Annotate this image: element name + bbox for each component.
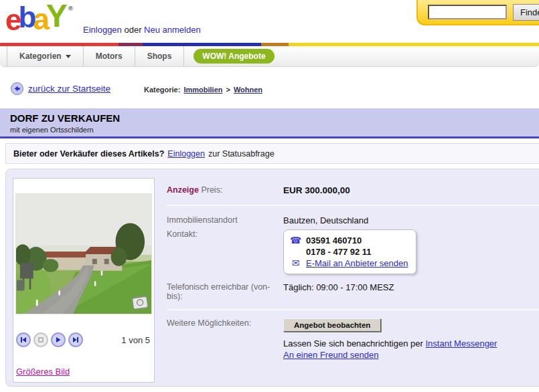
camera-watermark-icon xyxy=(132,296,148,310)
gallery-stop-button[interactable] xyxy=(33,332,48,347)
login-link[interactable]: Einloggen xyxy=(83,25,122,35)
image-counter: 1 von 5 xyxy=(121,335,150,345)
logo-letter-e: e xyxy=(5,1,18,39)
breadcrumb-link-immobilien[interactable]: Immobilien xyxy=(183,86,222,94)
header-search-area: Finden xyxy=(416,0,539,25)
photo-panel: 1 von 5 Größeres Bild xyxy=(13,178,155,383)
notify-line: Lassen Sie sich benachrichtigen per Inst… xyxy=(283,338,497,349)
contact-phone-2: 0178 - 477 92 11 xyxy=(306,246,372,258)
register-link[interactable]: Neu anmelden xyxy=(144,25,201,35)
nav-item-label: Motors xyxy=(96,52,123,61)
search-input[interactable] xyxy=(428,5,507,19)
location-value: Bautzen, Deutschland xyxy=(283,215,368,225)
listing-photo[interactable] xyxy=(15,193,152,314)
contact-phone-1: 03591 460710 xyxy=(306,235,362,246)
gallery-first-button[interactable] xyxy=(16,332,31,347)
more-options-label: Weitere Möglichkeiten: xyxy=(167,318,283,328)
status-question: Bieter oder Verkäufer dieses Artikels? xyxy=(13,149,164,159)
nav-item-label: Kategorien xyxy=(19,52,62,61)
price-row: Anzeige Preis: EUR 300.000,00 xyxy=(167,185,539,206)
status-bar: Bieter oder Verkäufer dieses Artikels? E… xyxy=(5,143,539,164)
gallery-play-button[interactable] xyxy=(51,332,66,347)
hours-row: Telefonisch erreichbar (von-bis): Täglic… xyxy=(167,282,539,310)
ebay-logo[interactable]: ebaY® xyxy=(5,0,73,45)
logo-letter-b: b xyxy=(18,0,33,36)
chevron-down-icon xyxy=(66,55,71,58)
page-subtitle: mit eigenen Ortsschildern xyxy=(10,126,539,134)
back-to-start-link[interactable]: zurück zur Startseite xyxy=(28,84,110,94)
ebay-listing-page: ebaY® Einloggen oder Neu anmelden Finden… xyxy=(0,0,539,392)
email-seller-link[interactable]: E-Mail an Anbieter senden xyxy=(306,258,408,269)
contact-row: Kontakt: ☎ 03591 460710 0178 - 477 92 11… xyxy=(167,229,539,282)
status-suffix: zur Statusabfrage xyxy=(208,149,275,159)
price-label-text: Preis: xyxy=(201,185,222,195)
back-arrow-icon[interactable] xyxy=(11,82,23,95)
page-title: DORF ZU VERKAUFEN xyxy=(10,112,539,124)
logo-letter-y: Y xyxy=(46,0,64,35)
instant-messenger-link[interactable]: Instant Messenger xyxy=(425,338,497,349)
contact-label: Kontakt: xyxy=(167,229,283,239)
registered-mark: ® xyxy=(68,0,73,27)
watch-item-button[interactable]: Angebot beobachten xyxy=(283,318,381,332)
breadcrumb-link-wohnen[interactable]: Wohnen xyxy=(234,86,262,94)
login-or-text: oder xyxy=(124,25,141,35)
gallery-next-button[interactable] xyxy=(68,332,83,347)
breadcrumb-label: Kategorie: xyxy=(144,86,180,94)
back-row: zurück zur Startseite xyxy=(11,82,110,95)
nav-item-shops[interactable]: Shops xyxy=(135,46,185,66)
nav-item-motors[interactable]: Motors xyxy=(84,46,135,66)
envelope-icon: ✉ xyxy=(290,258,301,269)
price-value: EUR 300.000,00 xyxy=(283,185,350,195)
nav-item-label: Shops xyxy=(147,52,172,61)
listing-details: Anzeige Preis: EUR 300.000,00 Immobilien… xyxy=(167,169,539,361)
larger-image-link[interactable]: Größeres Bild xyxy=(16,367,70,377)
send-to-friend-link[interactable]: An einen Freund senden xyxy=(283,350,378,360)
main-navbar: Kategorien Motors Shops WOW! Angebote xyxy=(0,46,539,67)
anzeige-flag: Anzeige xyxy=(167,185,199,195)
location-label: Immobilienstandort xyxy=(167,215,283,225)
price-label: Anzeige Preis: xyxy=(167,185,283,195)
search-button[interactable]: Finden xyxy=(513,4,539,21)
listing-title-bar: DORF ZU VERKAUFEN mit eigenen Ortsschild… xyxy=(0,108,539,138)
nav-item-kategorien[interactable]: Kategorien xyxy=(7,46,84,66)
hours-value: Täglich: 09:00 - 17:00 MESZ xyxy=(283,282,394,292)
phone-icon: ☎ xyxy=(290,235,301,246)
more-options-row: Weitere Möglichkeiten: Angebot beobachte… xyxy=(167,310,539,361)
location-row: Immobilienstandort Bautzen, Deutschland xyxy=(167,206,539,229)
contact-card: ☎ 03591 460710 0178 - 477 92 11 ✉ E-Mail… xyxy=(283,229,416,274)
login-register-line: Einloggen oder Neu anmelden xyxy=(83,25,201,35)
breadcrumb: Kategorie: Immobilien > Wohnen xyxy=(144,86,262,94)
listing-main-box: 1 von 5 Größeres Bild Anzeige Preis: EUR… xyxy=(5,169,539,387)
wow-angebote-button[interactable]: WOW! Angebote xyxy=(194,49,274,64)
hours-label: Telefonisch erreichbar (von-bis): xyxy=(167,282,283,301)
notify-text: Lassen Sie sich benachrichtigen per xyxy=(283,338,423,349)
status-login-link[interactable]: Einloggen xyxy=(167,149,205,159)
breadcrumb-separator: > xyxy=(226,86,230,94)
logo-letter-a: a xyxy=(33,1,46,38)
gallery-controls: 1 von 5 xyxy=(16,332,150,347)
